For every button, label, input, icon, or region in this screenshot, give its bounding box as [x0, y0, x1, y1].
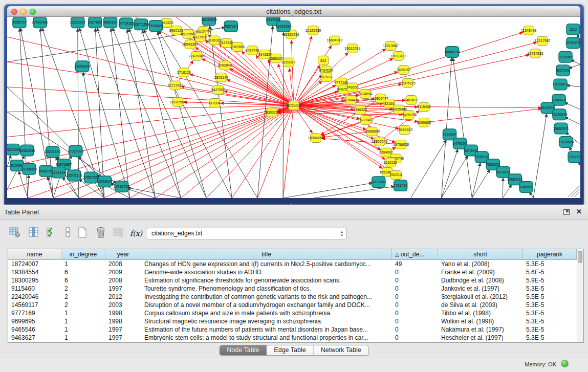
table-cell: 5.3E-5 [523, 285, 577, 293]
column-header-in_degree[interactable]: in_degree [61, 249, 105, 260]
table-row[interactable]: 1830029562008Estimation of significance … [8, 276, 577, 285]
graph-node-label: 7485063 [397, 68, 410, 72]
graph-node-label: 9734024 [319, 69, 333, 72]
graph-edge [472, 169, 490, 198]
graph-edge [19, 171, 28, 198]
graph-node-label: 252214 [390, 173, 402, 177]
splitter-handle[interactable]: ▲ [289, 201, 293, 206]
table-cell: 1 [61, 260, 105, 268]
graph-node-label: 14136141 [371, 180, 386, 184]
graph-node-label: 12213967 [383, 44, 399, 48]
table-cell: Nakamura et al. (1997) [438, 325, 523, 334]
graph-node-label: 5938924 [443, 133, 456, 136]
graph-node-label: 15751074 [565, 41, 580, 45]
network-window[interactable]: citations_edges.txt 18724007183002951938… [4, 4, 584, 205]
graph-edge [181, 108, 290, 198]
graph-node-label: 7632621 [486, 163, 500, 166]
table-cell: 0 [392, 325, 438, 334]
graph-node-label: 93975887 [56, 163, 72, 166]
table-cell: 19384554 [8, 268, 61, 276]
graph-node-label: 9127548 [220, 41, 233, 45]
graph-node-label: 1588520 [269, 57, 282, 60]
graph-node-label: 22420046 [189, 54, 205, 58]
vertical-scrollbar[interactable] [577, 249, 583, 342]
network-view-canvas[interactable]: 1872400718300295193845547663822896012389… [7, 17, 580, 198]
column-header-name[interactable]: name [8, 249, 61, 260]
graph-edge [291, 40, 293, 100]
graph-node-label: 6479197 [453, 142, 467, 145]
table-cell: de Silva et al. (2003) [438, 301, 523, 309]
delete-table-icon[interactable] [113, 227, 126, 240]
delete-column-icon[interactable] [95, 227, 108, 240]
table-cell: Tourette syndrome. Phenomenology and cla… [141, 285, 392, 293]
table-cell: 1998 [105, 317, 141, 325]
table-row[interactable]: 2242004622012Investigating the contribut… [8, 293, 577, 301]
graph-node-label: 16581934 [19, 149, 35, 152]
column-header-year[interactable]: year [105, 249, 141, 260]
graph-edge [441, 156, 468, 198]
table-cell: 1997 [105, 334, 141, 342]
float-panel-icon[interactable] [563, 209, 570, 215]
close-panel-icon[interactable]: ✕ [576, 208, 582, 215]
table-cell: Hescheler et al. (1997) [438, 334, 523, 342]
table-cell: 5.3E-5 [523, 309, 577, 317]
graph-node-label: 2718126 [177, 71, 191, 74]
graph-node-label: 17359928 [68, 149, 83, 153]
window-titlebar[interactable]: citations_edges.txt [7, 6, 580, 17]
column-header-pagerank[interactable]: pagerank [523, 249, 577, 260]
show-column-icon[interactable] [28, 227, 41, 240]
table-selector-value: citations_edges.txt [151, 228, 202, 239]
table-row[interactable]: 977716911998Corpus callosum shape and si… [8, 309, 577, 317]
memory-status-led-icon [561, 360, 569, 367]
table-cell: 5.6E-5 [523, 268, 577, 276]
table-row[interactable]: 1872400712008Changes of HCN gene express… [8, 260, 577, 268]
graph-node-label: 12975115 [400, 81, 416, 85]
graph-node-label: 18724007 [286, 104, 301, 107]
table-row[interactable]: 911546021997Tourette syndrome. Phenomeno… [8, 285, 577, 293]
table-row[interactable]: 1938455462009Genome-wide association stu… [8, 268, 577, 276]
row-options-icon[interactable] [62, 227, 76, 240]
graph-node-label: 20206576 [45, 150, 60, 154]
close-window-icon[interactable] [11, 9, 17, 15]
table-cell: 5.5E-5 [523, 293, 577, 301]
zoom-window-icon[interactable] [30, 9, 36, 15]
table-row[interactable]: 946362711997Embryonic stem cells: a mode… [8, 334, 577, 342]
table-cell: 2008 [105, 276, 141, 285]
function-builder-icon[interactable]: f(x) [130, 227, 143, 240]
tab-edge-table[interactable]: Edge Table [266, 345, 313, 355]
column-header-short[interactable]: short [438, 249, 523, 260]
minimize-window-icon[interactable] [20, 9, 27, 15]
column-header-out_de[interactable]: △out_de... [392, 249, 438, 260]
graph-edge [7, 62, 289, 105]
select-columns-icon[interactable] [46, 227, 59, 240]
table-cell: Stergiakouli et al. (2012) [438, 293, 523, 301]
table-row[interactable]: 1456911722003Disruption of a novel membe… [8, 301, 577, 309]
table-row[interactable]: 946554611997Estimation of the future num… [8, 325, 577, 334]
graph-node-label: 1733426 [394, 184, 407, 187]
table-row[interactable]: 969969511998Structural magnetic resonanc… [8, 317, 577, 325]
graph-edge [28, 107, 289, 198]
new-column-icon[interactable] [77, 227, 90, 240]
column-header-title[interactable]: title [141, 249, 392, 260]
window-resize-grip[interactable] [568, 186, 579, 198]
table-cell: 49 [392, 260, 438, 268]
graph-node-label: 17016504 [558, 140, 574, 144]
scrollbar-thumb[interactable] [578, 251, 582, 263]
table-cell: 2 [61, 301, 105, 309]
graph-edge [314, 186, 395, 198]
table-cell: Corpus callosum shape and size in male p… [141, 309, 392, 317]
graph-node-label: 16648794 [444, 50, 460, 54]
table-cell: 5.3E-5 [523, 301, 577, 309]
graph-node-label: 1615132 [383, 161, 397, 164]
table-mode-icon[interactable] [9, 227, 23, 240]
graph-node-label: 9427552 [211, 88, 225, 92]
table-cell: 0 [392, 285, 438, 293]
graph-node-label: 1244414 [552, 98, 565, 102]
graph-node-label: 12213383 [167, 83, 183, 87]
table-cell: 9777169 [8, 309, 61, 317]
table-cell: 9465546 [8, 325, 61, 334]
table-selector-dropdown[interactable]: citations_edges.txt ▲▼ [146, 228, 347, 239]
tab-node-table[interactable]: Node Table [220, 345, 266, 355]
graph-edge [130, 108, 290, 198]
tab-network-table[interactable]: Network Table [313, 345, 368, 355]
